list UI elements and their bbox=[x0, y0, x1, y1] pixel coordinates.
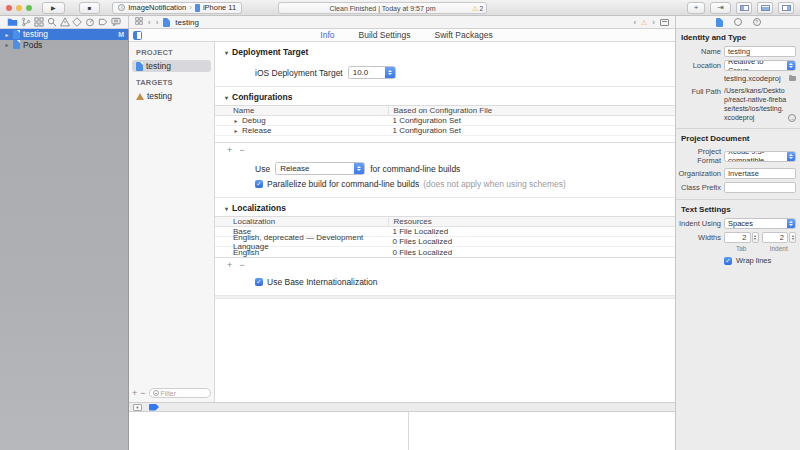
add-localization-button[interactable]: + bbox=[227, 260, 232, 270]
symbols-navigator-icon[interactable] bbox=[34, 17, 44, 27]
sidebar-item-project-testing[interactable]: testing bbox=[132, 60, 211, 72]
disclosure-icon[interactable]: ▾ bbox=[225, 205, 228, 212]
popup-arrows-icon bbox=[787, 152, 795, 161]
console-output[interactable] bbox=[409, 412, 675, 450]
reveal-in-finder-icon[interactable]: → bbox=[788, 114, 796, 122]
configurations-section-header[interactable]: ▾ Configurations bbox=[215, 87, 675, 105]
previous-issue-icon[interactable]: ‹ bbox=[633, 18, 636, 27]
warning-badge[interactable]: ⚠ 2 bbox=[472, 3, 483, 13]
breakpoints-navigator-icon[interactable] bbox=[98, 17, 108, 27]
source-control-navigator-icon[interactable] bbox=[21, 17, 31, 27]
subbar: ‹ › testing ‹ ⚠ › ? bbox=[0, 16, 800, 29]
quick-help-inspector-icon[interactable]: ? bbox=[753, 18, 761, 26]
editor-options-icon[interactable] bbox=[660, 19, 669, 26]
text-settings-section-title: Text Settings bbox=[676, 201, 800, 217]
tab-info[interactable]: Info bbox=[320, 30, 334, 40]
run-button[interactable]: ▶ bbox=[42, 2, 65, 14]
scheme-selector[interactable]: i ImageNotification › iPhone 11 bbox=[112, 2, 242, 14]
related-items-icon[interactable] bbox=[135, 17, 143, 27]
class-prefix-field[interactable] bbox=[724, 182, 796, 193]
breakpoints-toggle-icon[interactable] bbox=[149, 404, 159, 411]
organization-field[interactable]: Invertase bbox=[724, 168, 796, 179]
disclosure-icon[interactable]: ▾ bbox=[225, 94, 228, 101]
tests-navigator-icon[interactable] bbox=[72, 17, 82, 27]
close-window-button[interactable] bbox=[6, 5, 12, 11]
localizations-add-remove: + − bbox=[215, 258, 675, 273]
navigator-row-pods[interactable]: ▸ Pods bbox=[0, 40, 128, 51]
widths-captions: Tab Indent bbox=[676, 245, 800, 252]
indent-width-stepper[interactable] bbox=[789, 232, 796, 243]
forward-icon[interactable]: › bbox=[156, 18, 159, 27]
wrap-lines-checkbox[interactable]: ✓ bbox=[724, 257, 732, 265]
choose-folder-icon[interactable] bbox=[789, 76, 796, 81]
reports-navigator-icon[interactable] bbox=[111, 17, 121, 27]
sidebar-item-label[interactable]: testing bbox=[147, 91, 172, 101]
toggle-navigator-button[interactable] bbox=[736, 2, 752, 14]
scheme-device[interactable]: iPhone 11 bbox=[203, 3, 236, 12]
deployment-target-section-header[interactable]: ▾ Deployment Target bbox=[215, 42, 675, 60]
add-target-button[interactable]: + bbox=[132, 388, 137, 398]
tab-width-field[interactable]: 2 bbox=[724, 232, 751, 243]
disclosure-icon[interactable]: ▸ bbox=[233, 127, 239, 134]
parallelize-checkbox[interactable]: ✓ bbox=[255, 180, 263, 188]
name-field[interactable]: testing bbox=[724, 46, 796, 57]
column-header-name: Name bbox=[215, 106, 388, 115]
indent-using-popup[interactable]: Spaces bbox=[724, 218, 796, 229]
disclosure-icon[interactable]: ▸ bbox=[233, 117, 239, 124]
project-format-popup[interactable]: Xcode 9.3-compatible bbox=[724, 151, 796, 162]
stop-button[interactable]: ■ bbox=[79, 2, 101, 14]
remove-localization-button[interactable]: − bbox=[239, 260, 244, 270]
history-inspector-icon[interactable] bbox=[734, 18, 742, 26]
issue-warning-icon[interactable]: ⚠ bbox=[641, 19, 647, 26]
table-row[interactable]: English 0 Files Localized bbox=[215, 247, 675, 257]
toggle-inspector-button[interactable] bbox=[778, 2, 794, 14]
parallelize-label: Parallelize build for command-line build… bbox=[267, 179, 419, 189]
variables-view[interactable] bbox=[129, 412, 409, 450]
project-sidebar-toggle-icon[interactable] bbox=[133, 31, 142, 40]
navigator-item-label[interactable]: testing bbox=[23, 29, 48, 39]
filter-input[interactable]: Filter bbox=[149, 388, 211, 398]
minimize-window-button[interactable] bbox=[16, 5, 22, 11]
tab-build-settings[interactable]: Build Settings bbox=[359, 30, 411, 40]
disclosure-icon[interactable]: ▾ bbox=[225, 49, 228, 56]
add-editor-button[interactable]: ⇥ bbox=[710, 2, 731, 14]
search-navigator-icon[interactable] bbox=[47, 17, 57, 27]
sidebar-item-label[interactable]: testing bbox=[146, 61, 171, 71]
configuration-file: 1 Configuration Set bbox=[388, 116, 676, 125]
tab-swift-packages[interactable]: Swift Packages bbox=[435, 30, 493, 40]
location-popup[interactable]: Relative to Group bbox=[724, 60, 796, 71]
disclosure-icon[interactable]: ▸ bbox=[4, 41, 10, 48]
base-internationalization-checkbox[interactable]: ✓ bbox=[255, 278, 263, 286]
window-controls[interactable] bbox=[6, 5, 32, 11]
back-icon[interactable]: ‹ bbox=[148, 18, 151, 27]
navigator-item-label[interactable]: Pods bbox=[23, 40, 42, 50]
debug-navigator-icon[interactable] bbox=[85, 17, 95, 27]
file-inspector-icon[interactable] bbox=[716, 18, 723, 27]
issues-navigator-icon[interactable] bbox=[60, 17, 70, 27]
scheme-name[interactable]: ImageNotification bbox=[128, 3, 186, 12]
command-line-config-popup[interactable]: Release bbox=[275, 162, 365, 175]
library-button[interactable]: + bbox=[687, 2, 706, 14]
debug-area-disclosure-icon[interactable]: ▾ bbox=[133, 404, 142, 411]
indent-width-field[interactable]: 2 bbox=[762, 232, 789, 243]
table-row[interactable]: ▸ Release 1 Configuration Set bbox=[215, 126, 675, 136]
table-row[interactable]: ▸ Debug 1 Configuration Set bbox=[215, 116, 675, 126]
ios-deployment-target-popup[interactable]: 10.0 bbox=[348, 66, 396, 79]
table-row[interactable]: English, deprecated — Development Langua… bbox=[215, 237, 675, 247]
navigator-row-testing[interactable]: ▸ testing M bbox=[0, 29, 128, 40]
localizations-section-header[interactable]: ▾ Localizations bbox=[215, 198, 675, 216]
disclosure-icon[interactable]: ▸ bbox=[4, 31, 10, 38]
add-configuration-button[interactable]: + bbox=[227, 145, 232, 155]
tab-label[interactable]: testing bbox=[175, 18, 199, 27]
zoom-window-button[interactable] bbox=[26, 5, 32, 11]
device-icon bbox=[195, 4, 200, 12]
remove-configuration-button[interactable]: − bbox=[239, 145, 244, 155]
sidebar-item-target-testing[interactable]: testing bbox=[132, 90, 211, 102]
tab-width-stepper[interactable] bbox=[752, 232, 759, 243]
project-navigator-icon[interactable] bbox=[7, 17, 18, 27]
debug-bar: ▾ bbox=[129, 402, 675, 412]
remove-target-button[interactable]: − bbox=[140, 388, 145, 398]
localizations-table: Localization Resources Base 1 File Local… bbox=[215, 216, 675, 258]
next-issue-icon[interactable]: › bbox=[652, 18, 655, 27]
toggle-debug-area-button[interactable] bbox=[757, 2, 773, 14]
